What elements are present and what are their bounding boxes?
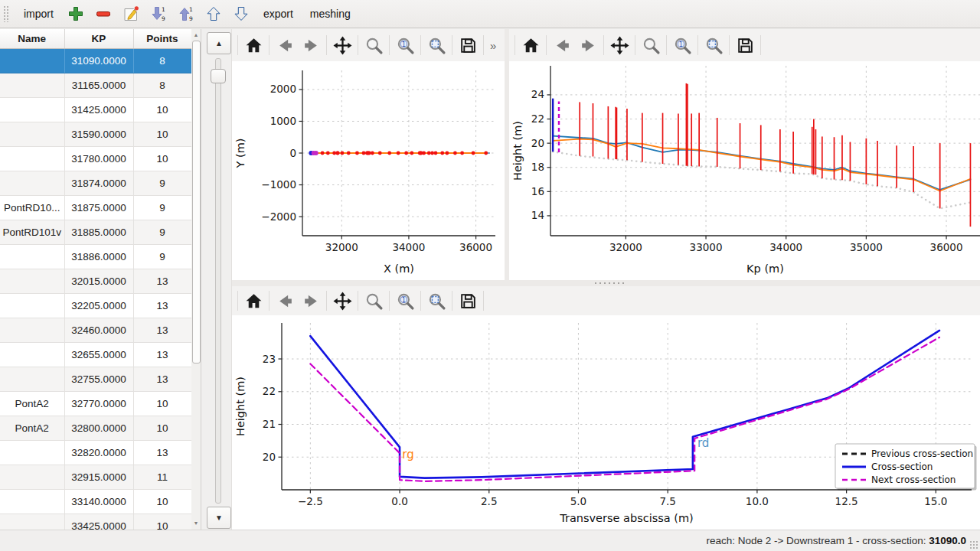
forward-button[interactable]: [575, 33, 601, 57]
cell-name[interactable]: PontRD101v: [0, 220, 64, 245]
cell-kp[interactable]: 31885.0000: [64, 220, 133, 245]
remove-cross-section-button[interactable]: [91, 2, 116, 25]
table-row[interactable]: 32755.000013: [0, 367, 191, 392]
cell-name[interactable]: [0, 245, 64, 269]
scrollbar-thumb[interactable]: [192, 41, 201, 364]
zoom-button[interactable]: [638, 33, 664, 57]
cell-points[interactable]: 9: [133, 171, 191, 196]
table-row[interactable]: 32655.000013: [0, 343, 191, 367]
toolbar-overflow-button[interactable]: »: [486, 39, 500, 52]
zoom-fit-button[interactable]: [423, 33, 449, 57]
previous-cross-section-button[interactable]: ▲: [207, 32, 231, 54]
table-row[interactable]: 33425.000010: [0, 514, 191, 530]
cell-points[interactable]: 10: [133, 514, 191, 530]
pan-button[interactable]: [606, 33, 632, 57]
zoom-button[interactable]: [361, 33, 387, 57]
cell-kp[interactable]: 32915.0000: [64, 465, 133, 490]
next-cross-section-button[interactable]: ▼: [207, 507, 231, 529]
back-button[interactable]: [549, 33, 575, 57]
table-row[interactable]: 31874.00009: [0, 171, 191, 196]
cell-name[interactable]: [0, 73, 64, 98]
cell-points[interactable]: 13: [133, 318, 191, 343]
cell-kp[interactable]: 31875.0000: [64, 196, 133, 220]
cell-name[interactable]: [0, 441, 64, 465]
scrollbar-down-button[interactable]: ▼: [191, 518, 201, 528]
cell-name[interactable]: [0, 269, 64, 294]
back-button[interactable]: [272, 33, 298, 57]
cell-points[interactable]: 13: [133, 343, 191, 367]
table-row[interactable]: 32460.000013: [0, 318, 191, 343]
edit-cross-section-button[interactable]: [119, 2, 143, 25]
cell-name[interactable]: PontRD10...: [0, 196, 64, 220]
table-row[interactable]: 31425.000010: [0, 98, 191, 122]
table-row[interactable]: 32205.000013: [0, 294, 191, 318]
cell-points[interactable]: 13: [133, 367, 191, 392]
table-row[interactable]: 31780.000010: [0, 147, 191, 171]
cell-points[interactable]: 13: [133, 441, 191, 465]
zoom-fit-button[interactable]: [423, 289, 449, 313]
import-button[interactable]: import: [17, 5, 60, 23]
home-button[interactable]: [240, 289, 266, 313]
table-row[interactable]: PontRD101v31885.00009: [0, 220, 191, 245]
cell-kp[interactable]: 32015.0000: [64, 269, 133, 294]
forward-button[interactable]: [298, 289, 324, 313]
cell-points[interactable]: 10: [133, 416, 191, 441]
horizontal-splitter[interactable]: [232, 280, 980, 286]
cell-kp[interactable]: 31780.0000: [64, 147, 133, 171]
save-button[interactable]: [455, 33, 481, 57]
table-row[interactable]: 33140.000010: [0, 490, 191, 514]
cell-points[interactable]: 9: [133, 245, 191, 269]
export-button[interactable]: export: [256, 5, 300, 23]
zoom-original-button[interactable]: [392, 289, 418, 313]
save-button[interactable]: [732, 33, 758, 57]
zoom-button[interactable]: [361, 289, 387, 313]
move-down-button[interactable]: [229, 2, 253, 25]
cell-kp[interactable]: 33425.0000: [64, 514, 133, 530]
cell-points[interactable]: 13: [133, 294, 191, 318]
cell-points[interactable]: 9: [133, 196, 191, 220]
cell-points[interactable]: 13: [133, 269, 191, 294]
cell-name[interactable]: [0, 367, 64, 392]
cell-name[interactable]: [0, 171, 64, 196]
add-cross-section-button[interactable]: [64, 2, 88, 25]
cell-kp[interactable]: 31874.0000: [64, 171, 133, 196]
table-row[interactable]: PontA232770.000010: [0, 392, 191, 416]
save-button[interactable]: [455, 289, 481, 313]
cell-name[interactable]: [0, 49, 64, 73]
sort-ascending-button[interactable]: 1 9: [174, 2, 198, 25]
cell-name[interactable]: [0, 294, 64, 318]
cell-points[interactable]: 11: [133, 465, 191, 490]
home-button[interactable]: [518, 33, 544, 57]
cell-kp[interactable]: 32460.0000: [64, 318, 133, 343]
cell-kp[interactable]: 31590.0000: [64, 122, 133, 147]
table-row[interactable]: 31165.00008: [0, 73, 191, 98]
cell-kp[interactable]: 31425.0000: [64, 98, 133, 122]
toolbar-grip[interactable]: [3, 5, 9, 22]
cell-points[interactable]: 10: [133, 122, 191, 147]
cell-kp[interactable]: 32755.0000: [64, 367, 133, 392]
cell-name[interactable]: PontA2: [0, 392, 64, 416]
column-header-points[interactable]: Points: [133, 29, 191, 49]
back-button[interactable]: [272, 289, 298, 313]
cell-kp[interactable]: 31886.0000: [64, 245, 133, 269]
cell-name[interactable]: [0, 465, 64, 490]
resize-grip[interactable]: [969, 540, 978, 549]
cell-name[interactable]: [0, 98, 64, 122]
cell-kp[interactable]: 32655.0000: [64, 343, 133, 367]
zoom-fit-button[interactable]: [701, 33, 727, 57]
cross-section-slider[interactable]: [215, 58, 221, 504]
forward-button[interactable]: [298, 33, 324, 57]
cell-kp[interactable]: 31090.0000: [64, 49, 133, 73]
table-row[interactable]: 31090.00008: [0, 49, 191, 73]
cross-section-slider-handle[interactable]: [211, 69, 226, 83]
pan-button[interactable]: [329, 289, 355, 313]
cell-name[interactable]: PontA2: [0, 416, 64, 441]
splitter-handle[interactable]: [593, 282, 627, 285]
scrollbar-up-button[interactable]: ▲: [191, 30, 201, 40]
cell-name[interactable]: [0, 343, 64, 367]
cell-name[interactable]: [0, 122, 64, 147]
cell-name[interactable]: [0, 514, 64, 530]
cell-kp[interactable]: 32820.0000: [64, 441, 133, 465]
cell-kp[interactable]: 32205.0000: [64, 294, 133, 318]
cell-points[interactable]: 10: [133, 98, 191, 122]
